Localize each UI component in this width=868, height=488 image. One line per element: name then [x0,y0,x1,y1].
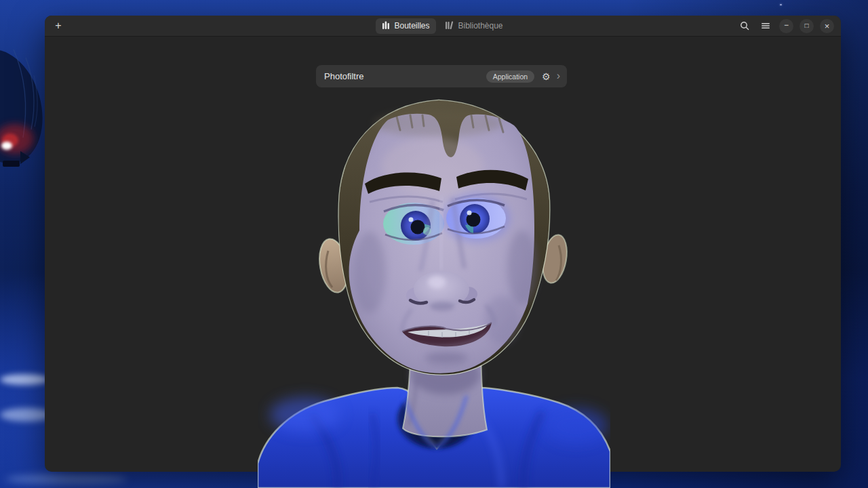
tab-label: Bibliothèque [458,21,502,30]
zeppelin-white-light [1,142,12,150]
zeppelin-gondola [3,161,20,167]
star-dot [780,4,782,5]
maximize-icon: □ [804,22,808,29]
cloud [0,374,49,385]
close-button[interactable]: × [820,19,834,33]
environment-badge: Application [486,70,534,83]
hamburger-menu-icon [761,22,770,30]
tab-bouteilles[interactable]: Bouteilles [376,18,436,34]
library-icon [446,21,454,31]
close-icon: × [825,22,830,30]
view-switcher: Bouteilles Bibliothèque [45,16,841,36]
wallpaper-zeppelin [0,37,43,220]
search-button[interactable] [737,18,752,33]
minimize-icon: − [784,21,789,29]
webcam-avatar-overlay [258,95,610,488]
tab-bibliotheque[interactable]: Bibliothèque [439,18,509,34]
bottle-row-photofiltre[interactable]: Photofiltre Application ⚙ › [316,65,567,87]
search-icon [740,21,749,30]
bottles-icon [382,21,390,31]
tab-label: Bouteilles [394,21,429,30]
desktop: + Bouteilles [0,0,868,488]
headerbar: + Bouteilles [45,16,841,37]
maximize-button[interactable]: □ [800,19,814,33]
chevron-right-icon: › [557,70,560,82]
avatar-left-eye [383,203,444,245]
gear-icon[interactable]: ⚙ [542,71,551,82]
cloud [5,474,127,484]
primary-menu-button[interactable] [758,18,773,33]
minimize-button[interactable]: − [779,19,793,33]
bottle-name: Photofiltre [324,71,486,81]
